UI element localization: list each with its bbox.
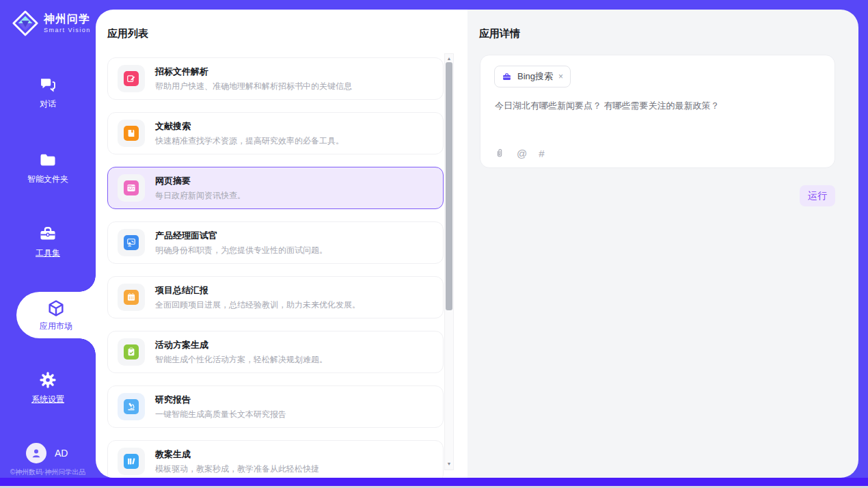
- sidebar-footer: ©神州数码·神州问学出品: [0, 467, 96, 477]
- tool-tag-bing-search[interactable]: Bing搜索 ×: [494, 66, 571, 87]
- folder-icon: [38, 150, 57, 170]
- app-name: 网页摘要: [155, 175, 245, 187]
- brand: 神州问学 Smart Vision: [12, 10, 91, 36]
- briefcase-icon: [502, 72, 512, 82]
- app-desc: 帮助用户快速、准确地理解和解析招标书中的关键信息: [155, 81, 352, 92]
- close-icon[interactable]: ×: [558, 72, 563, 81]
- clipboard-check-icon: [118, 338, 145, 366]
- list-item-pm-interviewer[interactable]: 产品经理面试官 明确身份和职责，为您提供专业性的面试问题。: [107, 221, 444, 264]
- list-item-research-report[interactable]: 研究报告 一键智能生成高质量长文本研究报告: [107, 385, 444, 428]
- hash-icon[interactable]: #: [539, 148, 544, 159]
- app-desc: 智能生成个性化活动方案，轻松解决规划难题。: [155, 354, 327, 366]
- app-name: 活动方案生成: [155, 339, 327, 351]
- app-name: 产品经理面试官: [155, 230, 327, 242]
- app-list-panel: 应用列表 招标文件解析 帮助用户快速、准确地理解和解析招标书中的关键信息: [96, 10, 467, 478]
- query-input-card[interactable]: Bing搜索 × 今日湖北有哪些新闻要点？ 有哪些需要关注的最新政策？ @ #: [480, 55, 835, 168]
- app-name: 招标文件解析: [155, 66, 352, 78]
- sidebar-item-label: 对话: [40, 98, 56, 110]
- scrollbar-thumb[interactable]: [446, 62, 452, 310]
- app-list-scrollbar[interactable]: ▲ ▼: [444, 53, 454, 470]
- list-item-project-summary[interactable]: 项目总结汇报 全面回顾项目进展，总结经验教训，助力未来优化发展。: [107, 276, 444, 318]
- brand-logo-icon: [12, 10, 38, 36]
- user-name: AD: [55, 448, 68, 459]
- sidebar-item-label: 智能文件夹: [27, 174, 68, 185]
- app-desc: 每日政府新闻资讯快查。: [155, 190, 245, 202]
- sidebar-item-smart-folder[interactable]: 智能文件夹: [0, 150, 96, 185]
- app-name: 教案生成: [155, 448, 319, 461]
- brand-subtitle: Smart Vision: [44, 27, 91, 33]
- app-name: 研究报告: [155, 394, 286, 406]
- chat-icon: [38, 75, 57, 94]
- paperclip-icon[interactable]: [494, 147, 505, 159]
- app-desc: 明确身份和职责，为您提供专业性的面试问题。: [155, 245, 327, 256]
- list-item-tender-parse[interactable]: 招标文件解析 帮助用户快速、准确地理解和解析招标书中的关键信息: [107, 57, 444, 100]
- app-list-title: 应用列表: [107, 27, 148, 40]
- tool-tag-label: Bing搜索: [517, 70, 553, 83]
- app-desc: 快速精准查找学术资源，提高研究效率的必备工具。: [155, 135, 344, 147]
- sidebar-item-chat[interactable]: 对话: [0, 75, 96, 110]
- scroll-up-icon[interactable]: ▲: [445, 55, 453, 62]
- microscope-icon: [118, 393, 145, 420]
- brand-name: 神州问学: [44, 13, 91, 25]
- scroll-down-icon[interactable]: ▼: [445, 461, 453, 467]
- query-text[interactable]: 今日湖北有哪些新闻要点？ 有哪些需要关注的最新政策？: [495, 99, 816, 112]
- pen-document-icon: [118, 65, 145, 92]
- sidebar-item-toolset[interactable]: 工具集: [0, 224, 96, 259]
- cube-icon: [46, 299, 66, 318]
- sidebar-item-label: 系统设置: [31, 394, 64, 405]
- user-profile[interactable]: AD: [26, 443, 68, 463]
- sidebar-item-settings[interactable]: 系统设置: [0, 370, 96, 405]
- run-button[interactable]: 运行: [800, 185, 835, 206]
- sidebar-item-label: 工具集: [36, 247, 60, 259]
- list-item-literature-search[interactable]: 文献搜索 快速精准查找学术资源，提高研究效率的必备工具。: [107, 112, 444, 154]
- list-item-event-plan[interactable]: 活动方案生成 智能生成个性化活动方案，轻松解决规划难题。: [107, 331, 444, 373]
- sidebar-item-app-market[interactable]: 应用市场: [16, 292, 96, 338]
- attachment-toolbar: @ #: [494, 147, 545, 159]
- app-detail-title: 应用详情: [479, 27, 520, 40]
- main-content: 应用列表 招标文件解析 帮助用户快速、准确地理解和解析招标书中的关键信息: [96, 10, 858, 478]
- books-icon: [118, 448, 145, 475]
- book-icon: [118, 120, 145, 147]
- at-icon[interactable]: @: [517, 148, 527, 159]
- sidebar-item-label: 应用市场: [40, 321, 72, 332]
- app-list: 招标文件解析 帮助用户快速、准确地理解和解析招标书中的关键信息 文献搜索 快速精…: [107, 57, 444, 478]
- toolbox-icon: [38, 224, 57, 243]
- sidebar: 神州问学 Smart Vision 对话 智能文件夹: [0, 0, 96, 478]
- app-name: 项目总结汇报: [155, 284, 360, 297]
- app-desc: 一键智能生成高质量长文本研究报告: [155, 409, 286, 420]
- app-desc: 全面回顾项目进展，总结经验教训，助力未来优化发展。: [155, 299, 360, 311]
- gear-icon: [38, 370, 57, 390]
- user-avatar-icon: [26, 443, 46, 463]
- list-item-lesson-plan[interactable]: 教案生成 模板驱动，教案秒成，教学准备从此轻松快捷: [107, 440, 444, 478]
- app-name: 文献搜索: [155, 120, 344, 133]
- app-detail-panel: 应用详情 Bing搜索 × 今日湖北有哪些新闻要点？ 有哪些需要关注的最新政策？: [467, 10, 858, 478]
- bottom-accent-bar: [0, 478, 868, 486]
- app-desc: 模板驱动，教案秒成，教学准备从此轻松快捷: [155, 463, 319, 475]
- list-item-web-summary[interactable]: 网页摘要 每日政府新闻资讯快查。: [107, 167, 444, 209]
- presenter-icon: [118, 229, 145, 256]
- browser-code-icon: [118, 174, 145, 202]
- calendar-icon: [118, 284, 145, 311]
